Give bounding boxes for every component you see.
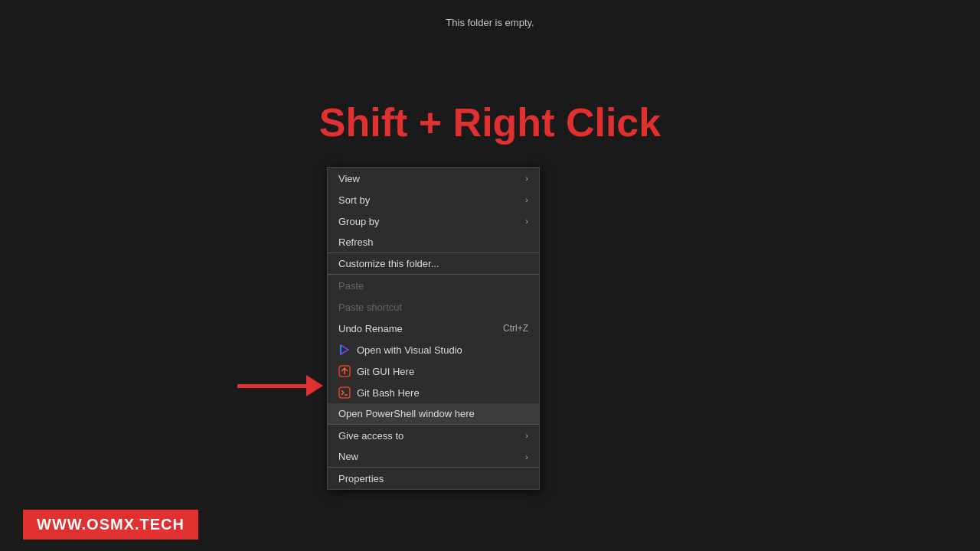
- menu-item-sort-by-label: Sort by: [338, 194, 525, 206]
- folder-empty-label: This folder is empty.: [446, 17, 534, 28]
- git-gui-icon: [338, 365, 351, 377]
- menu-item-git-gui-left: Git GUI Here: [338, 365, 414, 377]
- menu-item-open-vs-left: Open with Visual Studio: [338, 344, 462, 356]
- branding-text: WWW.OSMX.TECH: [37, 516, 185, 533]
- menu-item-view[interactable]: View ›: [328, 168, 539, 189]
- menu-item-undo-rename-shortcut: Ctrl+Z: [503, 323, 528, 334]
- chevron-right-icon: ›: [525, 217, 528, 226]
- menu-item-undo-rename-label: Undo Rename: [338, 323, 488, 334]
- page-title: Shift + Right Click: [319, 99, 661, 145]
- menu-item-customize-folder[interactable]: Customize this folder...: [328, 253, 539, 275]
- menu-item-sort-by[interactable]: Sort by ›: [328, 189, 539, 210]
- menu-item-undo-rename[interactable]: Undo Rename Ctrl+Z: [328, 318, 539, 339]
- menu-item-refresh[interactable]: Refresh: [328, 232, 539, 253]
- chevron-right-icon: ›: [525, 195, 528, 204]
- menu-item-give-access-label: Give access to: [338, 430, 525, 442]
- chevron-right-icon: ›: [525, 452, 528, 461]
- branding-bar: WWW.OSMX.TECH: [23, 510, 198, 540]
- menu-item-open-powershell-label: Open PowerShell window here: [338, 408, 528, 419]
- menu-item-properties[interactable]: Properties: [328, 468, 539, 489]
- menu-item-new[interactable]: New ›: [328, 446, 539, 468]
- menu-item-paste-label: Paste: [338, 280, 528, 292]
- menu-item-refresh-label: Refresh: [338, 236, 528, 248]
- menu-item-properties-label: Properties: [338, 473, 528, 484]
- menu-item-paste: Paste: [328, 275, 539, 296]
- chevron-right-icon: ›: [525, 431, 528, 440]
- menu-item-paste-shortcut-label: Paste shortcut: [338, 302, 528, 313]
- menu-item-git-gui-label: Git GUI Here: [357, 366, 414, 377]
- visual-studio-icon: [338, 344, 351, 356]
- context-menu: View › Sort by › Group by › Refresh Cust…: [327, 167, 540, 490]
- chevron-right-icon: ›: [525, 174, 528, 183]
- menu-item-new-label: New: [338, 451, 525, 462]
- menu-item-open-visual-studio[interactable]: Open with Visual Studio: [328, 339, 539, 360]
- context-menu-wrapper: View › Sort by › Group by › Refresh Cust…: [327, 167, 540, 490]
- menu-item-group-by-label: Group by: [338, 216, 525, 227]
- menu-item-open-powershell[interactable]: Open PowerShell window here: [328, 403, 539, 425]
- menu-item-git-bash-label: Git Bash Here: [357, 387, 420, 399]
- menu-item-view-label: View: [338, 173, 525, 184]
- menu-item-git-bash-left: Git Bash Here: [338, 386, 420, 399]
- menu-item-open-vs-label: Open with Visual Studio: [357, 344, 462, 356]
- menu-item-customize-folder-label: Customize this folder...: [338, 258, 528, 269]
- arrow-line: [237, 384, 306, 388]
- menu-item-paste-shortcut: Paste shortcut: [328, 296, 539, 318]
- arrow-indicator: [237, 375, 323, 396]
- menu-item-git-bash[interactable]: Git Bash Here: [328, 382, 539, 403]
- arrow-head: [306, 375, 323, 396]
- menu-item-group-by[interactable]: Group by ›: [328, 210, 539, 232]
- menu-item-git-gui[interactable]: Git GUI Here: [328, 360, 539, 382]
- git-bash-icon: [338, 386, 351, 399]
- menu-item-give-access[interactable]: Give access to ›: [328, 425, 539, 446]
